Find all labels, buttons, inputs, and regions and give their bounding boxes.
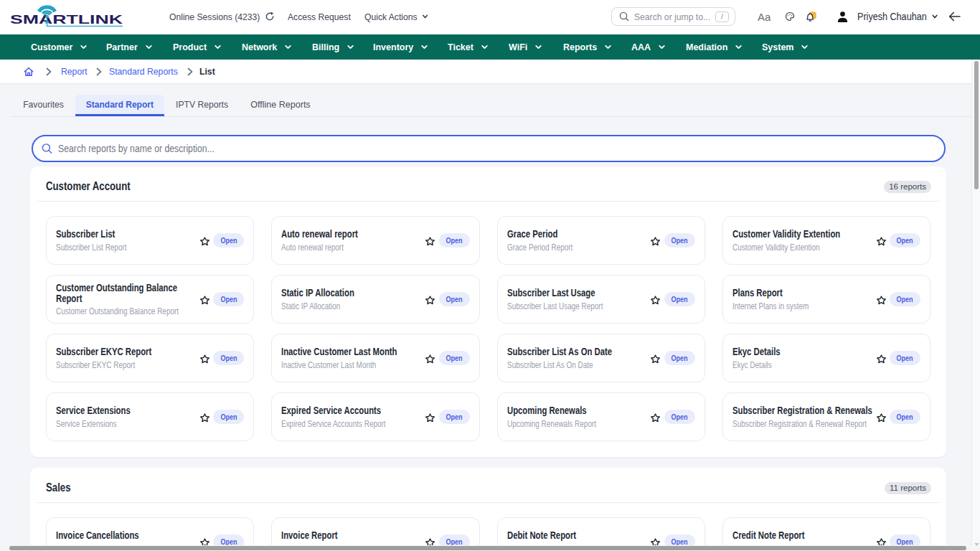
svg-text:SMARTLINK: SMARTLINK bbox=[10, 13, 123, 27]
